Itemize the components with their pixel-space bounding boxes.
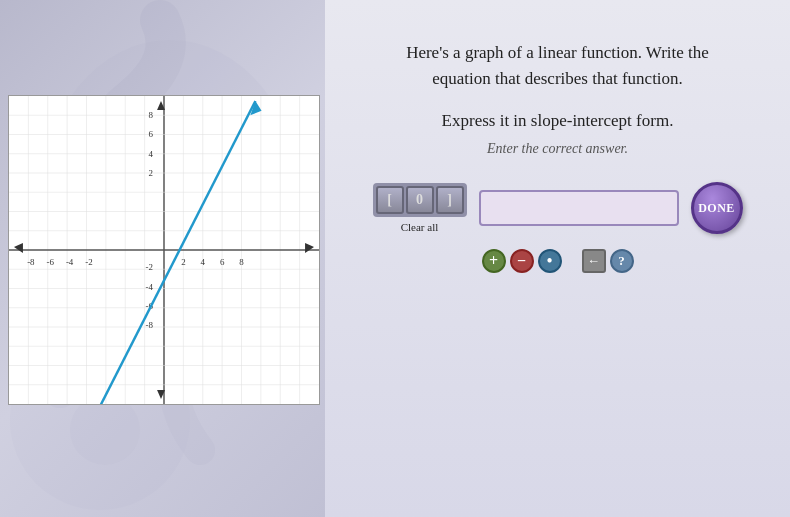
svg-text:-2: -2: [85, 257, 92, 267]
answer-row: [ 0 ] Clear all DONE: [373, 182, 743, 234]
help-button[interactable]: ?: [610, 249, 634, 273]
keyboard-buttons: [ 0 ]: [373, 183, 467, 217]
math-symbols-group: + − •: [482, 249, 562, 273]
svg-text:8: 8: [239, 257, 244, 267]
svg-text:8: 8: [149, 110, 154, 120]
answer-input[interactable]: [479, 190, 679, 226]
svg-text:4: 4: [201, 257, 206, 267]
backspace-button[interactable]: ←: [582, 249, 606, 273]
svg-text:4: 4: [149, 149, 154, 159]
zero-button[interactable]: 0: [406, 186, 434, 214]
svg-text:6: 6: [220, 257, 225, 267]
dot-button[interactable]: •: [538, 249, 562, 273]
plus-button[interactable]: +: [482, 249, 506, 273]
right-panel: Here's a graph of a linear function. Wri…: [325, 0, 790, 517]
nav-symbols-group: ← ?: [582, 249, 634, 273]
keyboard-group: [ 0 ] Clear all: [373, 183, 467, 233]
done-button[interactable]: DONE: [691, 182, 743, 234]
svg-text:-8: -8: [146, 320, 154, 330]
svg-text:2: 2: [181, 257, 185, 267]
svg-text:6: 6: [149, 129, 154, 139]
svg-text:2: 2: [149, 168, 153, 178]
bracket-left-button[interactable]: [: [376, 186, 404, 214]
symbol-row: + − • ← ?: [482, 249, 634, 273]
coordinate-grid: -8 -6 -4 -2 2 4 6 8 8 6 4 2 -2 -4 -6 -8: [8, 95, 320, 405]
question-text: Here's a graph of a linear function. Wri…: [406, 40, 709, 91]
svg-point-2: [70, 395, 140, 465]
svg-marker-34: [14, 243, 23, 253]
svg-text:-6: -6: [47, 257, 55, 267]
svg-marker-35: [305, 243, 314, 253]
enter-correct-label: Enter the correct answer.: [487, 141, 628, 157]
bracket-right-button[interactable]: ]: [436, 186, 464, 214]
clear-all-label[interactable]: Clear all: [401, 221, 439, 233]
svg-text:-4: -4: [146, 282, 154, 292]
minus-button[interactable]: −: [510, 249, 534, 273]
svg-text:-8: -8: [27, 257, 35, 267]
svg-text:-4: -4: [66, 257, 74, 267]
left-panel: -8 -6 -4 -2 2 4 6 8 8 6 4 2 -2 -4 -6 -8: [0, 0, 325, 517]
slope-intercept-label: Express it in slope-intercept form.: [442, 111, 674, 131]
svg-text:-2: -2: [146, 262, 153, 272]
